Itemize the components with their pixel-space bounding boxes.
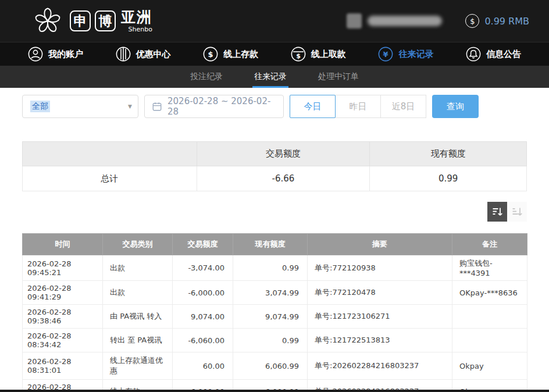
nav-label: 线上取款 [311,49,346,60]
category-select[interactable]: 全部 ▼ [22,95,138,118]
table-cell: 单号:202602284216803237 [308,352,452,380]
table-row: 2026-02-28 09:41:29出款-6,000.003,074.99单号… [23,281,527,305]
site-logo[interactable]: 申 博 亚洲 Shenbo [33,6,152,36]
summary-header-transaction: 交易额度 [197,142,370,166]
table-row: 2026-02-28 08:34:42转出 至 PA视讯-6,060.000.9… [23,329,527,352]
table-cell: 单号:772120938 [308,255,452,281]
summary-transaction-total: -6.66 [197,166,370,191]
nav-label: 优惠中心 [136,49,171,60]
svg-text:$: $ [296,52,301,60]
table-cell: 0.99 [233,329,308,352]
sort-descending-button[interactable] [487,202,507,222]
col-remark: 备注 [452,234,527,255]
table-cell: 60.00 [173,352,233,380]
query-button[interactable]: 查询 [432,95,479,118]
table-cell: 出款 [103,281,173,305]
table-cell: 由 PA视讯 转入 [103,305,173,329]
nav-label: 信息公告 [486,49,521,60]
table-cell: 2026-02-28 08:31:01 [23,352,103,380]
record-tabs: 投注纪录 往来记录 处理中订单 [0,66,549,88]
logo-text: 亚洲 Shenbo [121,10,152,33]
table-row: 2026-02-28 09:38:46由 PA视讯 转入9,074.009,07… [23,305,527,329]
table-cell: 0.99 [233,255,308,281]
summary-header-balance: 现有额度 [370,142,527,166]
logo-subtitle: Shenbo [129,26,152,33]
col-type: 交易类别 [103,234,173,255]
promo-icon [116,47,131,62]
select-value: 全部 [30,101,50,112]
logo-char-box: 博 [95,10,116,31]
svg-text:¥: ¥ [383,50,388,59]
col-time: 时间 [23,234,103,255]
username-redacted [368,16,442,26]
records-icon: ¥ [378,47,393,62]
table-cell: 2026-02-28 09:38:46 [23,305,103,329]
flower-logo-icon [33,6,63,36]
svg-text:$: $ [208,50,213,59]
balance-amount: 0.99 RMB [484,16,529,27]
table-cell: 2026-02-28 09:41:29 [23,281,103,305]
sort-ascending-button[interactable] [507,202,527,222]
table-cell [452,305,527,329]
transactions-header-row: 时间 交易类别 交易额度 现有额度 摘要 备注 [23,234,527,255]
table-cell: 线上存款通道优惠 [103,352,173,380]
table-cell: OKpay-***8636 [452,281,527,305]
user-icon [28,47,43,62]
bell-icon [466,47,481,62]
table-cell: 出款 [103,255,173,281]
chevron-down-icon: ▼ [128,104,132,109]
summary-balance-value: 0.99 [370,166,527,191]
table-cell: 2026-02-28 08:34:42 [23,329,103,352]
table-row: 2026-02-28 09:45:21出款-3,074.000.99单号:772… [23,255,527,281]
tab-bet-records[interactable]: 投注纪录 [188,66,224,88]
summary-total-label: 总计 [23,166,197,191]
nav-my-account[interactable]: 我的账户 [28,47,83,62]
table-cell: 2026-02-28 09:45:21 [23,255,103,281]
table-cell: 转出 至 PA视讯 [103,329,173,352]
logo-char-box: 申 [70,10,91,31]
table-cell: 6,060.99 [233,352,308,380]
tab-transaction-records[interactable]: 往来记录 [252,66,288,88]
nav-promotions[interactable]: 优惠中心 [116,47,171,62]
table-cell: Okpay [452,352,527,380]
transactions-table: 时间 交易类别 交易额度 现有额度 摘要 备注 2026-02-28 09:45… [22,233,527,392]
table-cell [452,329,527,352]
nav-label: 我的账户 [48,49,83,60]
table-cell: 单号:121722513813 [308,329,452,352]
deposit-icon: $ [203,47,218,62]
quick-range-group: 今日 昨日 近8日 [290,95,426,118]
table-cell: 单号:121723106271 [308,305,452,329]
transactions-body: 2026-02-28 09:45:21出款-3,074.000.99单号:772… [23,255,527,392]
yesterday-button[interactable]: 昨日 [335,95,381,118]
today-button[interactable]: 今日 [290,95,336,118]
col-amount: 交易额度 [173,234,233,255]
table-cell: 3,074.99 [233,281,308,305]
table-cell: -6,000.00 [173,281,233,305]
account-area[interactable]: $ 0.99 RMB [347,13,529,28]
balance: $ 0.99 RMB [465,14,529,28]
avatar [347,13,362,28]
summary-table: 交易额度 现有额度 总计 -6.66 0.99 [22,141,527,191]
nav-online-withdrawal[interactable]: $ 线上取款 [291,47,346,62]
dollar-icon: $ [465,14,479,28]
filter-row: 全部 ▼ 2026-02-28 ~ 2026-02-28 今日 昨日 近8日 查… [22,95,527,118]
table-cell: 9,074.00 [173,305,233,329]
date-range-input[interactable]: 2026-02-28 ~ 2026-02-28 [144,95,284,118]
nav-online-deposit[interactable]: $ 线上存款 [203,47,258,62]
last-8-days-button[interactable]: 近8日 [380,95,426,118]
content-area: 全部 ▼ 2026-02-28 ~ 2026-02-28 今日 昨日 近8日 查… [0,88,549,392]
nav-transaction-records[interactable]: ¥ 往来记录 [378,47,433,62]
nav-label: 线上存款 [223,49,258,60]
table-cell: -3,074.00 [173,255,233,281]
table-cell: 9,074.99 [233,305,308,329]
nav-label: 往来记录 [398,49,433,60]
sort-controls [22,202,527,222]
footer-edge [0,390,549,392]
tab-pending-orders[interactable]: 处理中订单 [316,66,361,88]
summary-row: 总计 -6.66 0.99 [23,166,527,191]
top-header: 申 博 亚洲 Shenbo $ 0.99 RMB [0,0,549,42]
withdrawal-icon: $ [291,47,306,62]
calendar-icon [152,101,162,112]
main-nav: 我的账户 优惠中心 $ 线上存款 $ 线上取款 [0,42,549,66]
nav-announcements[interactable]: 信息公告 [466,47,521,62]
